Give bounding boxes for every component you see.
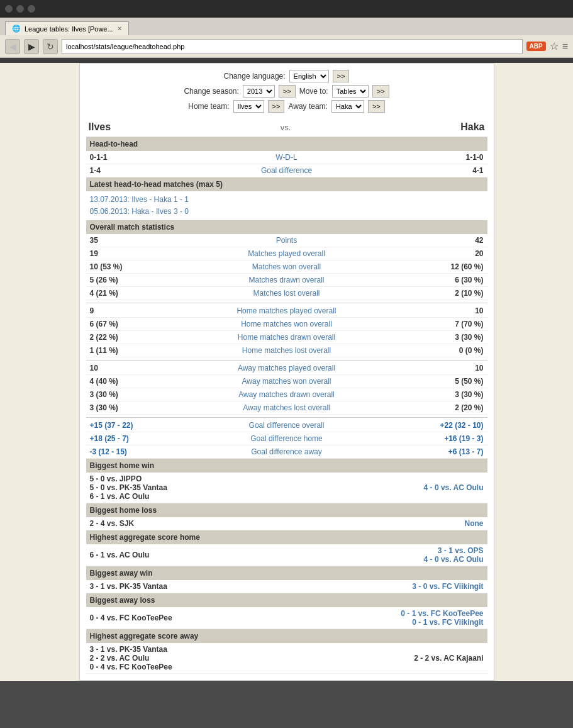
table-row: 19 Matches played overall 20 [86,247,487,260]
biggest-home-win-row: 5 - 0 vs. JIPPO 5 - 0 vs. PK-35 Vantaa 6… [86,473,487,503]
match-link-2[interactable]: 05.06.2013: Haka - Ilves 3 - 0 [90,206,484,218]
forward-button[interactable]: ▶ [24,39,39,54]
stat-center: Away matches lost overall [165,403,408,412]
tab-close-btn[interactable]: ✕ [117,25,122,32]
season-select[interactable]: 2013 [243,85,275,98]
season-go-btn[interactable]: >> [279,85,296,98]
home-biggest-away-loss: 0 - 4 vs. FC KooTeePee [90,613,172,622]
goal-diff-rows: +15 (37 - 22) Goal difference overall +2… [86,417,487,459]
reload-button[interactable]: ↻ [43,39,58,54]
change-season-label: Change season: [184,87,238,96]
adblock-button[interactable]: ABP [526,42,546,51]
home-aggregate-home: 6 - 1 vs. AC Oulu [90,551,165,559]
stat-center: Matches played overall [165,249,408,258]
stat-center: Away matches won overall [165,377,408,386]
language-select[interactable]: English [289,70,329,82]
title-bar [0,0,573,18]
biggest-away-win-header: Biggest away win [86,566,487,580]
away-biggest-away-win: 3 - 0 vs. FC Viikingit [408,582,484,591]
stat-right: 3 (30 %) [408,333,484,342]
home-team-select[interactable]: Ilves [233,100,264,113]
language-row: Change language: English >> [86,70,487,82]
stat-right: 3 (30 %) [408,390,484,399]
maximize-btn[interactable] [28,5,35,13]
close-btn[interactable] [5,5,13,13]
stat-left: 4 (21 %) [90,289,165,298]
highest-aggregate-away-header: Highest aggregate score away [86,629,487,643]
latest-matches-section: 13.07.2013: Ilves - Haka 1 - 1 05.06.201… [86,191,487,220]
stat-right: 0 (0 %) [408,346,484,355]
biggest-away-win-row: 3 - 1 vs. PK-35 Vantaa 3 - 0 vs. FC Viik… [86,580,487,593]
stat-right: 10 [408,306,484,315]
language-go-btn[interactable]: >> [333,70,350,82]
stat-right: 7 (70 %) [408,320,484,328]
stat-center: Matches lost overall [165,289,408,298]
away-aggregate-away: 2 - 2 vs. AC Kajaani [408,654,484,663]
table-row: 10 (53 %) Matches won overall 12 (60 %) [86,260,487,274]
stat-right: 42 [408,236,484,245]
stat-right: 2 (10 %) [408,289,484,298]
move-to-select[interactable]: Tables [332,85,369,98]
stat-left: 6 (67 %) [90,320,165,328]
teams-header: Ilves vs. Haka [86,118,487,137]
stat-left: 3 (30 %) [90,390,165,399]
biggest-home-win-header: Biggest home win [86,459,487,473]
stat-center: Home matches won overall [165,320,408,328]
stat-center: Matches won overall [165,262,408,271]
stat-center: Goal difference away [165,447,408,456]
home-biggest-away-win: 3 - 1 vs. PK-35 Vantaa [90,582,167,591]
table-row: +15 (37 - 22) Goal difference overall +2… [86,417,487,432]
away-team-select[interactable]: Haka [331,100,364,113]
stat-center: Away matches played overall [165,364,408,372]
stat-left: 2 (22 %) [90,333,165,342]
biggest-away-loss-header: Biggest away loss [86,593,487,607]
stat-left: +15 (37 - 22) [90,421,165,430]
stat-left: 3 (30 %) [90,403,165,412]
match-link-1[interactable]: 13.07.2013: Ilves - Haka 1 - 1 [90,194,484,206]
url-bar[interactable] [62,39,523,54]
stat-center: Away matches drawn overall [165,390,408,399]
back-button[interactable]: ◀ [5,39,20,54]
stat-right: 20 [408,249,484,258]
overall-stats-rows: 35 Points 42 19 Matches played overall 2… [86,234,487,300]
browser-frame: 🌐 League tables: Ilves [Powe... ✕ ◀ ▶ ↻ … [0,0,573,681]
stat-left: -3 (12 - 15) [90,447,165,456]
stat-center: Home matches drawn overall [165,333,408,342]
goal-diff-label: Goal difference [165,166,408,175]
bookmark-button[interactable]: ☆ [550,40,559,52]
stat-left: 10 [90,364,165,372]
biggest-home-loss-header: Biggest home loss [86,503,487,517]
away-biggest-loss: None [408,519,484,528]
away-stats-rows: 10 Away matches played overall 10 4 (40 … [86,360,487,415]
stat-left: 1 (11 %) [90,346,165,355]
away-team-go-btn[interactable]: >> [368,100,385,113]
table-row: 1 (11 %) Home matches lost overall 0 (0 … [86,344,487,357]
active-tab[interactable]: 🌐 League tables: Ilves [Powe... ✕ [5,21,129,35]
table-row: 5 (26 %) Matches drawn overall 6 (30 %) [86,274,487,287]
home-team-go-btn[interactable]: >> [268,100,285,113]
minimize-btn[interactable] [16,5,24,13]
nav-bar: ◀ ▶ ↻ ABP ☆ ≡ [0,35,573,58]
stat-left: 19 [90,249,165,258]
stat-left: +18 (25 - 7) [90,434,165,443]
stat-left: 9 [90,306,165,315]
move-to-go-btn[interactable]: >> [372,85,389,98]
highest-aggregate-away-row: 3 - 1 vs. PK-35 Vantaa 2 - 2 vs. AC Oulu… [86,643,487,674]
home-team-label: Home team: [188,102,229,111]
biggest-away-loss-row: 0 - 4 vs. FC KooTeePee 0 - 1 vs. FC KooT… [86,607,487,629]
stat-left: 10 (53 %) [90,262,165,271]
stat-left: 4 (40 %) [90,377,165,386]
table-row: 4 (21 %) Matches lost overall 2 (10 %) [86,287,487,300]
stat-center: Goal difference overall [165,421,408,430]
away-biggest-win: 4 - 0 vs. AC Oulu [408,483,484,492]
stat-right: 2 (20 %) [408,403,484,412]
table-row: 4 (40 %) Away matches won overall 5 (50 … [86,375,487,388]
away-team-label: Away team: [288,102,327,111]
menu-button[interactable]: ≡ [562,41,568,52]
away-team-name: Haka [460,121,484,133]
away-goal-diff: 4-1 [408,166,484,175]
stat-right: +6 (13 - 7) [408,447,484,456]
table-row: 9 Home matches played overall 10 [86,303,487,318]
head-to-head-header: Head-to-head [86,137,487,151]
tab-title: League tables: Ilves [Powe... [25,25,113,33]
